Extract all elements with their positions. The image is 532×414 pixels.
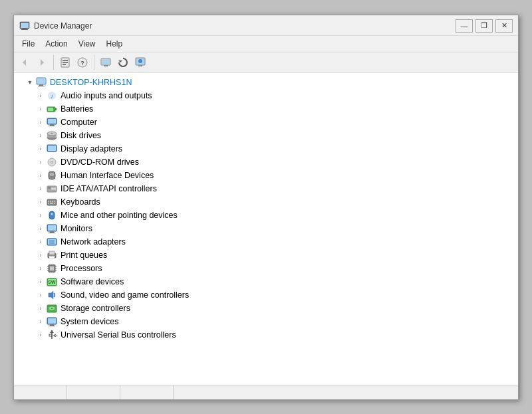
expand-computer[interactable]: › bbox=[35, 119, 46, 126]
menu-action[interactable]: Action bbox=[40, 37, 72, 51]
label-system: System devices bbox=[61, 317, 119, 326]
svg-rect-46 bbox=[51, 187, 56, 187]
root-icon bbox=[35, 77, 47, 88]
tree-item-audio[interactable]: › ♪ Audio inputs and outputs bbox=[14, 89, 518, 102]
device-manager-button[interactable] bbox=[132, 54, 148, 70]
tree-item-ide[interactable]: › IDE ATA/ATAPI controllers bbox=[14, 182, 518, 195]
close-button[interactable]: ✕ bbox=[495, 19, 513, 33]
expand-software[interactable]: › bbox=[35, 278, 46, 285]
refresh-icon bbox=[118, 57, 128, 68]
device-tree[interactable]: ▼ DESKTOP-KHRHS1N › bbox=[14, 73, 518, 385]
scan-button[interactable] bbox=[98, 54, 114, 70]
label-usb: Universal Serial Bus controllers bbox=[61, 330, 176, 340]
refresh-button[interactable] bbox=[115, 54, 131, 70]
expand-usb[interactable]: › bbox=[35, 332, 46, 338]
tree-item-network[interactable]: › Network adapters bbox=[14, 235, 518, 249]
svg-rect-49 bbox=[47, 199, 57, 205]
label-software: Software devices bbox=[61, 277, 124, 286]
tree-item-software[interactable]: › SW Software devices bbox=[14, 275, 518, 288]
dm-icon bbox=[135, 57, 146, 68]
label-network: Network adapters bbox=[61, 237, 126, 247]
tree-item-print[interactable]: › Print queues bbox=[14, 249, 518, 262]
expand-disk[interactable]: › bbox=[35, 132, 46, 139]
properties-icon bbox=[60, 57, 70, 68]
tree-item-sound[interactable]: › Sound, video and game controllers bbox=[14, 288, 518, 302]
tree-item-usb[interactable]: › Universal Serial Bus controllers bbox=[14, 328, 518, 342]
svg-rect-48 bbox=[51, 189, 56, 190]
forward-icon bbox=[37, 58, 47, 67]
svg-marker-99 bbox=[50, 330, 54, 333]
svg-rect-61 bbox=[48, 225, 56, 231]
svg-marker-90 bbox=[49, 291, 53, 299]
svg-rect-54 bbox=[48, 203, 49, 204]
tree-item-keyboard[interactable]: › Keyboards bbox=[14, 195, 518, 209]
expand-network[interactable]: › bbox=[35, 239, 46, 245]
svg-rect-17 bbox=[138, 65, 142, 66]
expand-ide[interactable]: › bbox=[35, 185, 46, 192]
tree-item-display[interactable]: › Display adapters bbox=[14, 142, 518, 155]
svg-rect-53 bbox=[54, 201, 55, 202]
tree-item-storage[interactable]: › Storage controllers bbox=[14, 302, 518, 315]
expand-hid[interactable]: › bbox=[35, 172, 46, 179]
menu-view[interactable]: View bbox=[73, 37, 101, 51]
minimize-button[interactable]: — bbox=[456, 19, 473, 33]
status-segment-1 bbox=[14, 385, 67, 399]
scan-icon bbox=[100, 57, 111, 68]
title-bar: Device Manager — ❐ ✕ bbox=[14, 15, 518, 36]
svg-text:♪: ♪ bbox=[51, 92, 54, 100]
toolbar-separator-2 bbox=[94, 55, 94, 70]
tree-item-batteries[interactable]: › Batteries bbox=[14, 102, 518, 116]
tree-item-system[interactable]: › System devices bbox=[14, 315, 518, 328]
expand-display[interactable]: › bbox=[35, 146, 46, 152]
tree-item-processors[interactable]: › bbox=[14, 262, 518, 275]
svg-rect-96 bbox=[50, 324, 54, 326]
expand-sound[interactable]: › bbox=[35, 292, 46, 298]
svg-point-35 bbox=[51, 133, 53, 134]
label-ide: IDE ATA/ATAPI controllers bbox=[61, 184, 157, 193]
toolbar-separator-1 bbox=[53, 55, 54, 70]
properties-button[interactable] bbox=[57, 54, 73, 70]
tree-item-monitors[interactable]: › Monitors bbox=[14, 222, 518, 235]
menu-file[interactable]: File bbox=[17, 37, 40, 51]
root-expand[interactable]: ▼ bbox=[25, 79, 35, 86]
tree-item-mice[interactable]: › Mice and other pointing devices bbox=[14, 209, 518, 222]
expand-dvd[interactable]: › bbox=[35, 159, 46, 165]
expand-keyboard[interactable]: › bbox=[35, 199, 46, 205]
menu-help[interactable]: Help bbox=[101, 37, 128, 51]
expand-print[interactable]: › bbox=[35, 252, 46, 259]
tree-item-dvd[interactable]: › DVD/CD-ROM drives bbox=[14, 155, 518, 169]
svg-rect-95 bbox=[48, 318, 56, 324]
expand-monitors[interactable]: › bbox=[35, 225, 46, 232]
expand-batteries[interactable]: › bbox=[35, 106, 46, 112]
help-button[interactable]: ? bbox=[74, 54, 90, 70]
menu-bar: File Action View Help bbox=[14, 36, 518, 52]
tree-item-disk[interactable]: › Disk drives bbox=[14, 129, 518, 142]
expand-audio[interactable]: › bbox=[35, 92, 46, 99]
svg-rect-74 bbox=[50, 266, 54, 270]
expand-processors[interactable]: › bbox=[35, 265, 46, 272]
expand-storage[interactable]: › bbox=[35, 305, 46, 312]
svg-marker-5 bbox=[41, 59, 44, 66]
expand-mice[interactable]: › bbox=[35, 212, 46, 219]
tree-item-hid[interactable]: › Human Interface Devices bbox=[14, 169, 518, 182]
expand-system[interactable]: › bbox=[35, 318, 46, 325]
svg-rect-8 bbox=[63, 62, 68, 63]
svg-rect-50 bbox=[48, 201, 49, 202]
restore-button[interactable]: ❐ bbox=[475, 19, 493, 33]
window-title: Device Manager bbox=[34, 21, 92, 31]
tree-item-computer[interactable]: › Computer bbox=[14, 116, 518, 129]
status-segment-2 bbox=[67, 385, 120, 399]
svg-marker-4 bbox=[23, 59, 26, 66]
svg-text:SW: SW bbox=[48, 280, 56, 284]
help-icon: ? bbox=[77, 57, 88, 68]
tree-root[interactable]: ▼ DESKTOP-KHRHS1N bbox=[14, 76, 518, 89]
svg-rect-51 bbox=[50, 201, 51, 202]
svg-rect-14 bbox=[104, 65, 108, 66]
dvd-icon bbox=[46, 157, 58, 167]
back-button[interactable] bbox=[17, 54, 33, 70]
svg-rect-52 bbox=[52, 201, 53, 202]
label-storage: Storage controllers bbox=[61, 304, 130, 313]
ide-icon bbox=[46, 183, 58, 194]
content-area: ▼ DESKTOP-KHRHS1N › bbox=[14, 73, 518, 385]
forward-button[interactable] bbox=[34, 54, 50, 70]
